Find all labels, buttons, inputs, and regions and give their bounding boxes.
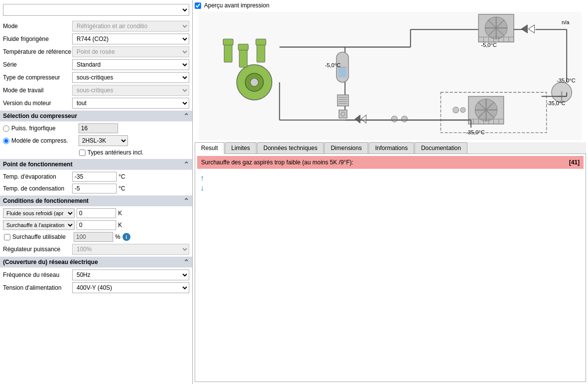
section-reseau-header: (Couverture du) réseau électrique ⌃	[0, 257, 192, 268]
serie-select[interactable]: Standard	[72, 59, 189, 70]
serie-control: Standard	[72, 59, 189, 70]
serie-label: Série	[3, 61, 72, 68]
surchauffe-asp-input[interactable]	[77, 220, 116, 230]
tension-control: 400V-Y (40S)	[72, 282, 189, 293]
model-row: Modèle de compress. 2HSL-3K	[0, 134, 192, 147]
workmode-select[interactable]: sous-critiques	[72, 85, 189, 96]
svg-point-47	[391, 116, 397, 122]
regulateur-select[interactable]: 100%	[72, 244, 189, 255]
puiss-radio[interactable]	[3, 125, 9, 132]
arrow-down-button[interactable]: ↓	[200, 183, 205, 191]
tempcond-label: Temp. de condensation	[3, 185, 72, 192]
svg-point-48	[401, 116, 407, 122]
fluide-sous-select[interactable]: Fluide sous refroidi (apr	[3, 208, 75, 218]
preview-header: Aperçu avant impression	[195, 2, 586, 9]
surchauffe-util-input[interactable]	[74, 232, 113, 242]
valve-bottom-center	[391, 116, 397, 122]
surchauffe-asp-unit: K	[118, 222, 122, 229]
tab-donnees[interactable]: Données techniques	[257, 142, 324, 154]
surchauffe-util-label: Surchauffe utilisable	[12, 233, 72, 240]
section-fonctionnement-header: Point de fonctionnement ⌃	[0, 159, 192, 170]
fluide-sous-row: Fluide sous refroidi (apr K	[0, 207, 192, 219]
tension-row: Tension d'alimentation 400V-Y (40S)	[0, 281, 192, 294]
comptype-label: Type de compresseur	[3, 74, 72, 81]
frequence-control: 50Hz	[72, 269, 189, 280]
mode-control: Réfrigération et air conditio	[72, 21, 189, 32]
info-icon[interactable]: i	[123, 233, 130, 241]
puiss-label: Puiss. frigorfique	[11, 125, 79, 132]
tempevap-input[interactable]	[72, 172, 117, 182]
compressor-type-select[interactable]: Compresseurs à pistons semi-hermétiques	[3, 4, 189, 16]
section-compressor-header: Sélection du compresseur ⌃	[0, 111, 192, 121]
model-select[interactable]: 2HSL-3K	[79, 135, 128, 146]
model-label: Modèle de compress.	[11, 137, 79, 144]
tempevap-label: Temp. d'évaporation	[3, 173, 72, 180]
left-panel: Compresseurs à pistons semi-hermétiques …	[0, 0, 193, 384]
section-conditions-label: Conditions de fonctionnement	[3, 197, 88, 204]
tab-documentation[interactable]: Documentation	[415, 142, 467, 154]
tab-content: Surchauffe des gaz aspirés trop faible (…	[195, 154, 586, 382]
regulateur-row: Régulateur puissance 100%	[0, 243, 192, 256]
section-compressor-collapse[interactable]: ⌃	[183, 112, 189, 120]
svg-rect-7	[223, 39, 233, 45]
right-panel: Aperçu avant impression	[193, 0, 588, 384]
section-fonctionnement-collapse[interactable]: ⌃	[183, 160, 189, 168]
motorversion-control: tout	[72, 98, 189, 109]
tempref-control: Point de rosée	[72, 46, 189, 57]
types-ant-label: Types antérieurs incl.	[87, 149, 143, 156]
frequence-select[interactable]: 50Hz	[72, 269, 189, 280]
temp-label-1: -5,0°C	[481, 42, 497, 48]
evaporator-main	[468, 96, 504, 124]
puiss-input[interactable]	[79, 123, 118, 133]
preview-label: Aperçu avant impression	[204, 2, 269, 9]
section-conditions-collapse[interactable]: ⌃	[183, 197, 189, 205]
comptype-select[interactable]: sous-critiques	[72, 72, 189, 83]
svg-point-63	[453, 107, 459, 113]
tab-dimensions[interactable]: Dimensions	[324, 142, 368, 154]
evaporator-right	[551, 82, 572, 103]
section-fonctionnement-label: Point de fonctionnement	[3, 161, 73, 168]
model-radio[interactable]	[3, 138, 9, 144]
surchauffe-util-unit: %	[115, 233, 121, 240]
tempevap-row: Temp. d'évaporation °C	[0, 171, 192, 183]
tempcond-row: Temp. de condensation °C	[0, 183, 192, 194]
tempref-select[interactable]: Point de rosée	[72, 46, 189, 57]
regulateur-control: 100%	[72, 244, 189, 255]
condenser-icon	[478, 14, 513, 42]
fluid-select[interactable]: R744 (CO2)	[72, 34, 189, 44]
svg-rect-37	[337, 95, 348, 106]
fluide-sous-input[interactable]	[77, 208, 116, 218]
svg-rect-6	[256, 39, 266, 45]
motorversion-select[interactable]: tout	[72, 98, 189, 109]
fluid-control: R744 (CO2)	[72, 34, 189, 44]
arrow-up-button[interactable]: ↑	[200, 173, 205, 181]
workmode-label: Mode de travail	[3, 87, 72, 94]
tab-bar: Result Limites Données techniques Dimens…	[195, 142, 586, 154]
tension-select[interactable]: 400V-Y (40S)	[72, 282, 189, 293]
warning-text: Surchauffe des gaz aspirés trop faible (…	[201, 159, 353, 166]
tempcond-input[interactable]	[72, 184, 117, 193]
valve-bottom-center2	[401, 116, 407, 122]
fluid-row: Fluide frigorigène R744 (CO2)	[0, 33, 192, 45]
types-ant-checkbox[interactable]	[79, 150, 85, 156]
fluide-sous-unit: K	[118, 210, 122, 217]
tempref-row: Température de référence Point de rosée	[0, 45, 192, 58]
temp-label-3: -35,0°C	[466, 129, 485, 135]
tab-result[interactable]: Result	[195, 142, 224, 154]
mode-select[interactable]: Réfrigération et air conditio	[72, 21, 189, 32]
surchauffe-util-checkbox[interactable]	[4, 234, 10, 240]
tempcond-control: °C	[72, 184, 125, 193]
tab-informations[interactable]: Informations	[369, 142, 414, 154]
sight-glass	[339, 110, 347, 118]
frequence-label: Fréquence du réseau	[3, 271, 72, 278]
frequence-row: Fréquence du réseau 50Hz	[0, 269, 192, 281]
motorversion-label: Version du moteur	[3, 100, 72, 107]
preview-checkbox[interactable]	[195, 2, 201, 9]
surchauffe-asp-select[interactable]: Surchauffe à l'aspiration	[3, 220, 75, 230]
workmode-control: sous-critiques	[72, 85, 189, 96]
tab-limites[interactable]: Limites	[225, 142, 256, 154]
svg-point-9	[251, 78, 258, 86]
types-ant-row: Types antérieurs incl.	[0, 147, 192, 158]
section-reseau-collapse[interactable]: ⌃	[183, 258, 189, 266]
nav-arrows: ↑ ↓	[197, 171, 584, 192]
